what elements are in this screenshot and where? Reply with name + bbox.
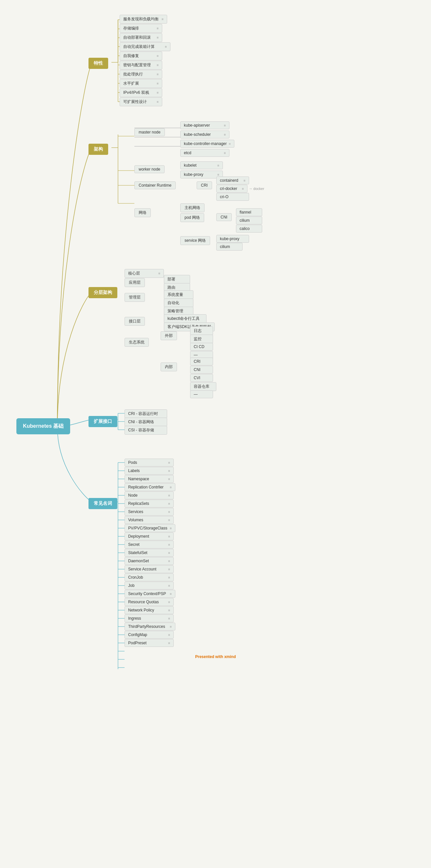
leaf-job[interactable]: Job≡: [125, 582, 174, 589]
leaf-cilium2[interactable]: cilium: [216, 243, 242, 251]
sub-yingyongceng: 应用层: [125, 278, 145, 287]
leaf-etcd[interactable]: etcd≡: [180, 149, 229, 157]
leaf-cvi[interactable]: CVI: [190, 374, 213, 382]
leaf-ingress[interactable]: Ingress≡: [125, 614, 174, 622]
leaf-cri-runtime[interactable]: CRI - 容器运行时: [125, 409, 167, 418]
sub-service-wangluo: service 网络: [180, 236, 210, 245]
sub-master-node: master node: [134, 128, 165, 136]
sub-shengtai: 生态系统: [125, 338, 149, 347]
leaf-resource-quotas[interactable]: Resource Quotas≡: [125, 598, 174, 606]
leaf-zidonghua[interactable]: 自动化: [164, 299, 193, 307]
leaf-kubelet[interactable]: kubelet≡: [180, 161, 223, 169]
branch-teXing: 特性: [89, 58, 108, 69]
sub-pod-wangluo: pod 网络: [180, 213, 204, 222]
leaf-dash2[interactable]: —: [190, 391, 213, 398]
leaf-hexinceng[interactable]: 核心层≡: [125, 269, 164, 278]
leaf-bushu[interactable]: 部署: [164, 275, 190, 284]
leaf-xitongduliang[interactable]: 系统度量: [164, 290, 193, 299]
leaf-services[interactable]: Services≡: [125, 508, 174, 516]
leaf-csi-storage[interactable]: CSI - 容器存储: [125, 426, 167, 435]
leaf-pv-pvc[interactable]: PV/PVC/StorageClass≡: [125, 524, 175, 532]
footer: Presented with xmind: [195, 654, 236, 856]
leaf-shuiping[interactable]: 水平扩展≡: [120, 79, 162, 88]
sub-container-runtime: Container Runtime: [134, 181, 176, 189]
sub-waibu: 外部: [161, 331, 177, 340]
leaf-cni2[interactable]: CNI: [190, 366, 213, 374]
sub-zhujiwangluo: 主机网络: [180, 204, 204, 212]
leaf-pods[interactable]: Pods≡: [125, 459, 174, 466]
footer-text: Presented with: [195, 654, 224, 659]
leaf-node[interactable]: Node≡: [125, 491, 174, 499]
leaf-kube-proxy2[interactable]: kube-proxy: [216, 235, 249, 243]
sub-neibu: 内部: [161, 363, 177, 371]
leaf-rizhi[interactable]: 日志: [190, 327, 213, 335]
sub-worker-node: worker node: [134, 165, 165, 173]
leaf-ipv4ipv6[interactable]: IPv4/IPv6 双栈≡: [120, 88, 162, 97]
leaf-cicd[interactable]: CI CD: [190, 343, 213, 351]
leaf-cni-net[interactable]: CNI - 容器网络: [125, 417, 167, 427]
root-node: Kubernetes 基础: [16, 418, 70, 434]
sub-cri: CRI: [197, 181, 212, 189]
leaf-thirdparty[interactable]: ThirdPartyResources≡: [125, 623, 175, 630]
branch-changJianMingCi: 常见名词: [89, 498, 117, 509]
leaf-kuozhan[interactable]: 可扩展性设计≡: [120, 97, 162, 106]
leaf-cri2[interactable]: CRI: [190, 358, 213, 366]
branch-kuoZhanJieKou: 扩展接口: [89, 416, 117, 427]
leaf-miyao[interactable]: 密钥与配置管理≡: [120, 61, 162, 69]
leaf-zidong-bushu[interactable]: 自动部署和回滚≡: [120, 33, 162, 42]
leaf-cri-docker[interactable]: cri-docker≡: [216, 185, 247, 192]
leaf-kube-controller[interactable]: kube-controller-manager≡: [180, 140, 234, 148]
leaf-kube-apiserver[interactable]: kube-apiserver≡: [180, 121, 229, 129]
leaf-calico[interactable]: calico: [236, 225, 262, 232]
leaf-cilium[interactable]: cilium: [236, 217, 262, 224]
leaf-ziwo-xiufu[interactable]: 自我修复≡: [120, 52, 162, 60]
leaf-replicasets[interactable]: ReplicaSets≡: [125, 500, 174, 507]
leaf-cronjob[interactable]: CronJob≡: [125, 574, 174, 581]
leaf-rongqicangku[interactable]: 容器仓库: [190, 382, 216, 391]
leaf-kubectl[interactable]: kubectl命令行工具: [164, 314, 206, 323]
leaf-secret[interactable]: Secret≡: [125, 540, 174, 549]
leaf-cri-o[interactable]: cri-O: [216, 193, 249, 201]
leaf-labels[interactable]: Labels≡: [125, 467, 174, 475]
mindmap-container: Kubernetes 基础 特性 服务发现和负载均衡≡ 存储编排≡ 自动部署和回…: [6, 6, 425, 860]
leaf-cunchu[interactable]: 存储编排≡: [120, 24, 162, 33]
leaf-daemonset[interactable]: DaemonSet≡: [125, 557, 174, 565]
sub-cni: CNI: [216, 213, 232, 221]
leaf-kube-scheduler[interactable]: kube-scheduler≡: [180, 130, 229, 138]
branch-jiaGou: 架构: [89, 144, 108, 155]
leaf-containerd[interactable]: containerd≡: [216, 177, 249, 184]
leaf-service-account[interactable]: Service Account≡: [125, 565, 174, 573]
leaf-configmap[interactable]: ConfigMap≡: [125, 631, 174, 639]
docker-label: → docker: [249, 187, 264, 191]
master-connectors: [134, 121, 182, 154]
sub-guanliceng: 管理层: [125, 293, 145, 302]
leaf-fuwufaxian[interactable]: 服务发现和负载均衡≡: [120, 15, 167, 24]
leaf-security-context[interactable]: Security Context/PSP≡: [125, 590, 175, 598]
leaf-namespace[interactable]: Namespace≡: [125, 475, 174, 483]
branch-fenCengJiaGou: 分层架构: [89, 287, 117, 298]
leaf-pichuli[interactable]: 批处理执行≡: [120, 70, 162, 79]
leaf-statefulset[interactable]: StatefulSet≡: [125, 549, 174, 557]
leaf-deployment[interactable]: Deployment≡: [125, 532, 174, 540]
leaf-flannel[interactable]: flannel: [236, 208, 262, 216]
leaf-network-policy[interactable]: Network Policy≡: [125, 606, 174, 614]
leaf-zidong-zhuangxiang[interactable]: 自动完成装箱计算≡: [120, 42, 170, 51]
leaf-jiankong[interactable]: 监控: [190, 335, 213, 343]
leaf-volumes[interactable]: Volumes≡: [125, 516, 174, 524]
sub-wangluo: 网络: [134, 208, 151, 217]
sub-jiekouc eng: 接口层: [125, 317, 145, 326]
footer-brand: xmind: [224, 654, 236, 659]
leaf-podpreset[interactable]: PodPreset≡: [125, 639, 174, 647]
leaf-replication-controller[interactable]: Replication Contrller≡: [125, 483, 175, 491]
